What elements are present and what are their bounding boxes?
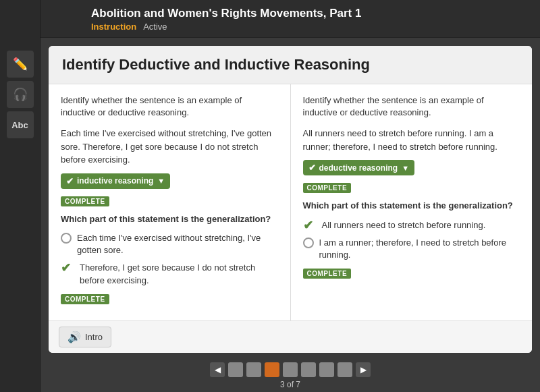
right-answer-checkmark: ✔ [308, 163, 316, 173]
intro-button-label: Intro [85, 332, 103, 342]
right-question: Which part of this statement is the gene… [303, 200, 520, 212]
nav-dot-5[interactable] [301, 362, 316, 377]
page-title: Abolition and Women's Rights Movements, … [91, 7, 530, 20]
left-checkmark-2: ✔ [61, 260, 74, 274]
left-complete-badge-2: COMPLETE [61, 294, 109, 304]
left-complete-badge: COMPLETE [61, 196, 109, 206]
left-option-2[interactable]: ✔ Therefore, I get sore because I do not… [61, 262, 278, 286]
sidebar: ✏️ 🎧 Abc [0, 0, 40, 392]
bottom-nav-area: ◀ ▶ 3 of 7 [40, 353, 540, 392]
right-option-1[interactable]: ✔ All runners need to stretch before run… [303, 219, 520, 231]
left-dropdown-arrow: ▼ [157, 177, 165, 185]
left-option-2-text: Therefore, I get sore because I do not s… [80, 262, 278, 286]
left-answer-dropdown[interactable]: ✔ inductive reasoning ▼ [61, 173, 170, 189]
right-scenario: All runners need to stretch before runni… [303, 127, 520, 153]
pagination-nav: ◀ ▶ [40, 357, 540, 380]
card-body: Identify whether the sentence is an exam… [49, 84, 532, 320]
right-radio-2[interactable] [303, 237, 314, 248]
header-active-label: Active [143, 22, 167, 32]
pencil-icon[interactable]: ✏️ [7, 51, 34, 78]
right-column: Identify whether the sentence is an exam… [291, 84, 533, 320]
right-option-2[interactable]: I am a runner; therefore, I need to stre… [303, 237, 520, 261]
nav-dot-3[interactable] [265, 362, 279, 377]
right-answer-label: deductive reasoning [319, 163, 398, 173]
right-option-1-text: All runners need to stretch before runni… [322, 219, 486, 231]
headphone-icon[interactable]: 🎧 [7, 81, 34, 108]
nav-dot-4[interactable] [283, 362, 298, 377]
left-radio-1[interactable] [61, 233, 72, 244]
header: Abolition and Women's Rights Movements, … [40, 0, 540, 38]
speaker-icon: 🔊 [68, 331, 81, 343]
right-option-2-text: I am a runner; therefore, I need to stre… [319, 237, 520, 261]
card-footer: 🔊 Intro [49, 320, 532, 353]
abc-icon[interactable]: Abc [7, 111, 34, 138]
right-dropdown-arrow: ▼ [402, 164, 409, 172]
main-area: Abolition and Women's Rights Movements, … [40, 0, 540, 392]
left-answer-checkmark: ✔ [66, 176, 74, 186]
intro-button[interactable]: 🔊 Intro [59, 327, 111, 347]
nav-dot-7[interactable] [338, 362, 352, 377]
left-option-1-text: Each time I've exercised without stretch… [77, 232, 278, 256]
left-answer-label: inductive reasoning [77, 176, 153, 186]
left-scenario: Each time I've exercised without stretch… [61, 127, 278, 167]
header-instruction-label: Instruction [91, 22, 136, 32]
right-complete-badge-2: COMPLETE [303, 269, 352, 279]
nav-dot-1[interactable] [228, 362, 243, 377]
right-answer-dropdown[interactable]: ✔ deductive reasoning ▼ [303, 160, 415, 175]
left-column: Identify whether the sentence is an exam… [49, 84, 291, 320]
left-option-1[interactable]: Each time I've exercised without stretch… [61, 232, 278, 256]
header-meta: Instruction Active [91, 22, 530, 32]
card-heading-text: Identify Deductive and Inductive Reasoni… [62, 56, 370, 73]
right-complete-badge: COMPLETE [303, 183, 352, 193]
next-button[interactable]: ▶ [356, 362, 371, 377]
card-heading: Identify Deductive and Inductive Reasoni… [49, 46, 532, 84]
nav-dot-2[interactable] [246, 362, 261, 377]
content-card: Identify Deductive and Inductive Reasoni… [49, 46, 532, 353]
left-question: Which part of this statement is the gene… [61, 213, 278, 225]
left-instruction: Identify whether the sentence is an exam… [61, 94, 278, 119]
nav-dot-6[interactable] [319, 362, 334, 377]
prev-button[interactable]: ◀ [210, 362, 225, 377]
page-count: 3 of 7 [40, 380, 540, 392]
right-instruction: Identify whether the sentence is an exam… [303, 94, 520, 119]
right-checkmark-1: ✔ [303, 218, 317, 231]
